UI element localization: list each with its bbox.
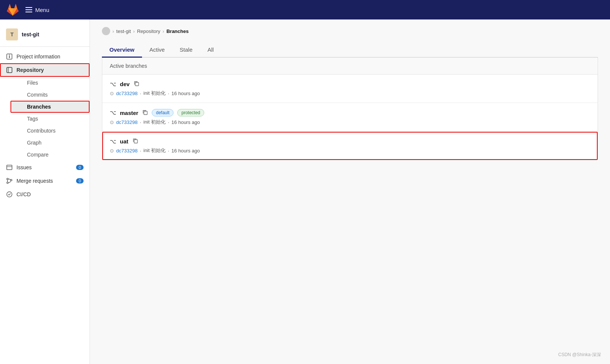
copy-button-dev[interactable] bbox=[133, 81, 139, 88]
gitlab-logo bbox=[6, 3, 19, 16]
menu-label: Menu bbox=[35, 7, 49, 13]
sidebar-label-issues: Issues bbox=[16, 164, 72, 170]
branch-icon-dev: ⌥ bbox=[110, 81, 116, 88]
commit-dot-icon-master: ⊙ bbox=[110, 119, 114, 125]
tab-overview[interactable]: Overview bbox=[102, 43, 142, 58]
tab-active[interactable]: Active bbox=[142, 43, 172, 58]
project-avatar: T bbox=[6, 28, 18, 40]
sidebar-sub-compare[interactable]: Compare bbox=[10, 149, 90, 161]
badge-protected: protected bbox=[177, 109, 204, 116]
breadcrumb: › test-git › Repository › Branches bbox=[102, 27, 598, 35]
svg-rect-11 bbox=[135, 82, 139, 86]
commit-hash-uat[interactable]: dc733298 bbox=[116, 148, 138, 154]
sidebar-sub-graph[interactable]: Graph bbox=[10, 137, 90, 149]
branch-row-uat: ⌥ uat ⊙ dc733298 · init 初始化 · 16 h bbox=[102, 132, 598, 160]
sidebar-item-repository[interactable]: Repository bbox=[0, 63, 90, 77]
branch-icon-uat: ⌥ bbox=[110, 138, 116, 145]
commit-message-master: init 初始化 bbox=[144, 119, 166, 125]
breadcrumb-repository[interactable]: Repository bbox=[137, 28, 160, 34]
svg-rect-2 bbox=[9, 55, 10, 55]
svg-rect-3 bbox=[7, 67, 12, 73]
commit-message-uat: init 初始化 bbox=[144, 147, 166, 154]
tab-all[interactable]: All bbox=[200, 43, 221, 58]
branch-name-row-uat: ⌥ uat bbox=[110, 138, 590, 145]
repository-sub-nav: Files Commits Branches Tags Contributors… bbox=[10, 77, 90, 161]
user-avatar bbox=[102, 27, 110, 35]
branch-icon-master: ⌥ bbox=[110, 109, 116, 116]
sidebar-label-merge: Merge requests bbox=[16, 178, 72, 184]
watermark: CSDN @Shinka-深深 bbox=[558, 352, 601, 358]
main-content: › test-git › Repository › Branches Overv… bbox=[90, 19, 610, 364]
merge-icon bbox=[6, 178, 13, 184]
top-nav: Menu bbox=[0, 0, 610, 19]
hamburger-icon bbox=[25, 7, 32, 12]
sidebar-label-project-info: Project information bbox=[16, 54, 84, 60]
sidebar-item-merge-requests[interactable]: Merge requests 0 bbox=[0, 174, 90, 188]
branch-name-row-dev: ⌥ dev bbox=[110, 81, 590, 88]
badge-default: default bbox=[152, 109, 173, 116]
info-icon bbox=[6, 53, 13, 60]
svg-rect-5 bbox=[7, 165, 12, 170]
branch-name-master: master bbox=[120, 110, 138, 116]
sidebar-sub-tags[interactable]: Tags bbox=[10, 113, 90, 125]
project-name: test-git bbox=[22, 31, 39, 37]
cicd-icon bbox=[6, 191, 13, 198]
commit-hash-dev[interactable]: dc733298 bbox=[116, 91, 138, 96]
page-layout: T test-git Project information Repositor… bbox=[0, 19, 610, 364]
branches-tabs: Overview Active Stale All bbox=[102, 43, 598, 58]
commit-time-dev: 16 hours ago bbox=[172, 91, 200, 96]
branch-commit-master: ⊙ dc733298 · init 初始化 · 16 hours ago bbox=[110, 119, 590, 125]
sidebar-item-cicd[interactable]: CI/CD bbox=[0, 188, 90, 201]
active-branches-header: Active branches bbox=[102, 58, 598, 75]
commit-time-master: 16 hours ago bbox=[172, 119, 200, 125]
merge-badge: 0 bbox=[76, 178, 84, 183]
commit-dot-icon-dev: ⊙ bbox=[110, 91, 114, 96]
menu-button[interactable]: Menu bbox=[25, 7, 49, 13]
branch-row-master: ⌥ master default protected ⊙ dc733298 · bbox=[102, 103, 598, 132]
branch-row-dev: ⌥ dev ⊙ dc733298 · init 初始化 · 16 h bbox=[102, 75, 598, 103]
sidebar-sub-branches[interactable]: Branches bbox=[10, 101, 90, 113]
issues-badge: 0 bbox=[76, 165, 84, 170]
commit-time-uat: 16 hours ago bbox=[172, 148, 200, 154]
commit-message-dev: init 初始化 bbox=[144, 90, 166, 97]
sidebar-sub-contributors[interactable]: Contributors bbox=[10, 125, 90, 137]
branch-name-row-master: ⌥ master default protected bbox=[110, 109, 590, 116]
breadcrumb-current: Branches bbox=[166, 28, 188, 34]
branch-name-uat: uat bbox=[120, 138, 129, 145]
copy-button-master[interactable] bbox=[142, 109, 148, 116]
sidebar-sub-commits[interactable]: Commits bbox=[10, 89, 90, 101]
sidebar-label-repository: Repository bbox=[16, 67, 84, 73]
project-header: T test-git bbox=[0, 25, 90, 47]
sidebar-label-cicd: CI/CD bbox=[16, 191, 84, 197]
commit-dot-icon-uat: ⊙ bbox=[110, 148, 114, 154]
branches-content: Active branches ⌥ dev ⊙ dc733298 bbox=[102, 58, 598, 160]
issues-icon bbox=[6, 164, 13, 171]
svg-point-8 bbox=[7, 182, 8, 183]
repo-icon bbox=[6, 67, 13, 73]
tab-stale[interactable]: Stale bbox=[172, 43, 200, 58]
breadcrumb-repo[interactable]: test-git bbox=[116, 28, 131, 34]
sidebar-sub-files[interactable]: Files bbox=[10, 77, 90, 89]
svg-point-7 bbox=[7, 178, 8, 180]
sidebar-item-project-info[interactable]: Project information bbox=[0, 50, 90, 63]
commit-hash-master[interactable]: dc733298 bbox=[116, 119, 138, 125]
branch-commit-uat: ⊙ dc733298 · init 初始化 · 16 hours ago bbox=[110, 147, 590, 154]
svg-rect-12 bbox=[144, 111, 147, 115]
branch-name-dev: dev bbox=[120, 81, 130, 87]
svg-rect-13 bbox=[134, 140, 138, 143]
copy-button-uat[interactable] bbox=[132, 138, 138, 145]
sidebar-item-issues[interactable]: Issues 0 bbox=[0, 161, 90, 174]
branch-commit-dev: ⊙ dc733298 · init 初始化 · 16 hours ago bbox=[110, 90, 590, 97]
svg-rect-1 bbox=[9, 56, 10, 58]
sidebar: T test-git Project information Repositor… bbox=[0, 19, 90, 364]
